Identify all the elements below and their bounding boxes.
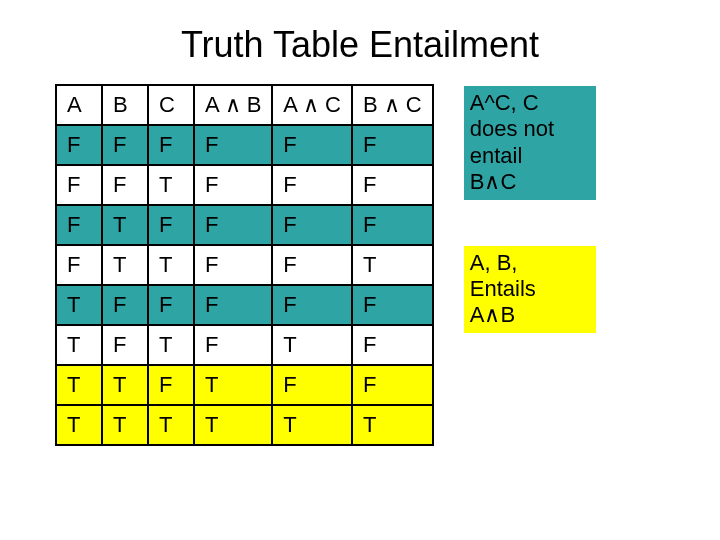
table-cell: F	[352, 165, 433, 205]
table-row: FFFFFF	[56, 125, 433, 165]
table-cell: F	[272, 205, 352, 245]
table-cell: F	[352, 365, 433, 405]
note-entails: A, B, Entails A∧B	[464, 246, 596, 333]
notes-sidebar: A^C, C does not entail B∧C A, B, Entails…	[464, 84, 596, 333]
table-cell: F	[352, 285, 433, 325]
note-line: B∧C	[470, 169, 517, 194]
table-cell: F	[56, 165, 102, 205]
table-cell: F	[148, 125, 194, 165]
table-cell: F	[148, 285, 194, 325]
header-a-and-c: A ∧ C	[272, 85, 352, 125]
table-cell: F	[194, 245, 272, 285]
table-row: FTFFFF	[56, 205, 433, 245]
table-row: TFTFTF	[56, 325, 433, 365]
table-cell: F	[272, 245, 352, 285]
table-cell: F	[272, 125, 352, 165]
table-cell: F	[352, 325, 433, 365]
table-cell: T	[56, 405, 102, 445]
note-line: A, B,	[470, 250, 518, 275]
table-cell: F	[102, 165, 148, 205]
table-cell: T	[56, 285, 102, 325]
table-row: TTFTFF	[56, 365, 433, 405]
table-cell: F	[56, 205, 102, 245]
table-cell: F	[194, 325, 272, 365]
table-cell: F	[102, 325, 148, 365]
table-row: FFTFFF	[56, 165, 433, 205]
header-b-and-c: B ∧ C	[352, 85, 433, 125]
table-row: TTTTTT	[56, 405, 433, 445]
table-header-row: A B C A ∧ B A ∧ C B ∧ C	[56, 85, 433, 125]
note-line: A∧B	[470, 302, 515, 327]
table-cell: F	[102, 285, 148, 325]
header-a-and-b: A ∧ B	[194, 85, 272, 125]
page-title: Truth Table Entailment	[0, 0, 720, 84]
note-line: A^C, C	[470, 90, 539, 115]
table-cell: T	[272, 325, 352, 365]
table-cell: F	[352, 125, 433, 165]
header-a: A	[56, 85, 102, 125]
table-cell: F	[148, 365, 194, 405]
table-cell: F	[56, 125, 102, 165]
content-area: A B C A ∧ B A ∧ C B ∧ C FFFFFFFFTFFFFTFF…	[0, 84, 720, 446]
table-row: TFFFFF	[56, 285, 433, 325]
note-line: Entails	[470, 276, 536, 301]
table-cell: T	[148, 245, 194, 285]
note-line: entail	[470, 143, 523, 168]
note-not-entail: A^C, C does not entail B∧C	[464, 86, 596, 200]
note-line: does not	[470, 116, 554, 141]
table-cell: F	[194, 205, 272, 245]
table-cell: T	[148, 325, 194, 365]
table-cell: T	[352, 245, 433, 285]
table-cell: F	[272, 165, 352, 205]
table-cell: F	[272, 285, 352, 325]
table-cell: F	[194, 165, 272, 205]
table-cell: F	[148, 205, 194, 245]
table-cell: T	[148, 405, 194, 445]
header-b: B	[102, 85, 148, 125]
table-cell: F	[194, 125, 272, 165]
table-cell: T	[102, 205, 148, 245]
table-cell: T	[272, 405, 352, 445]
table-cell: F	[56, 245, 102, 285]
table-cell: T	[102, 405, 148, 445]
table-row: FTTFFT	[56, 245, 433, 285]
truth-table: A B C A ∧ B A ∧ C B ∧ C FFFFFFFFTFFFFTFF…	[55, 84, 434, 446]
table-cell: T	[56, 365, 102, 405]
table-cell: T	[194, 405, 272, 445]
table-cell: T	[148, 165, 194, 205]
table-cell: T	[102, 245, 148, 285]
header-c: C	[148, 85, 194, 125]
table-cell: F	[352, 205, 433, 245]
table-cell: F	[272, 365, 352, 405]
table-cell: F	[102, 125, 148, 165]
table-cell: T	[194, 365, 272, 405]
table-cell: T	[352, 405, 433, 445]
table-cell: F	[194, 285, 272, 325]
table-cell: T	[56, 325, 102, 365]
table-cell: T	[102, 365, 148, 405]
